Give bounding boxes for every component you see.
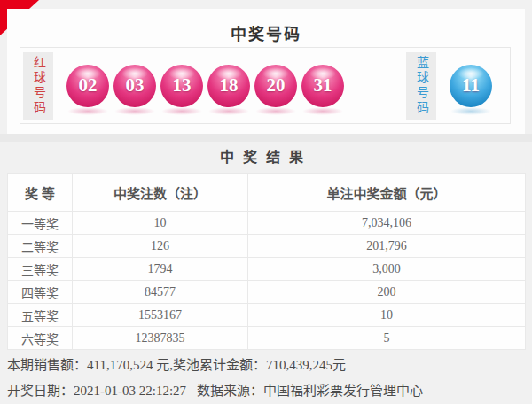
table-row: 四等奖 84577 200 xyxy=(8,281,526,304)
count-cell: 84577 xyxy=(73,281,248,304)
count-cell: 126 xyxy=(73,235,248,258)
count-cell: 12387835 xyxy=(73,327,248,350)
red-ball: 18 xyxy=(207,65,250,107)
draw-line: 开奖日期：2021-01-03 22:12:27数据来源：中国福利彩票发行管理中… xyxy=(7,378,525,404)
table-row: 一等奖 10 7,034,106 xyxy=(8,212,526,235)
header-amount: 单注中奖金额（元） xyxy=(248,174,526,212)
red-ball-number: 18 xyxy=(220,74,239,97)
red-ball-number: 20 xyxy=(267,74,286,97)
table-row: 三等奖 1794 3,000 xyxy=(8,258,526,281)
section-divider xyxy=(0,134,532,142)
results-title: 中奖结果 xyxy=(0,145,532,167)
grade-cell: 三等奖 xyxy=(8,258,73,281)
red-ball: 03 xyxy=(113,65,156,107)
table-row: 二等奖 126 201,796 xyxy=(8,235,526,258)
count-cell: 10 xyxy=(73,212,248,235)
red-ball: 13 xyxy=(160,65,203,107)
blue-ball: 11 xyxy=(450,65,492,107)
pool-label: 奖池累计金额： xyxy=(173,358,266,372)
source-label: 数据来源： xyxy=(197,384,263,398)
red-balls-row: 02 03 13 18 20 31 xyxy=(66,65,344,107)
source-value: 中国福利彩票发行管理中心 xyxy=(263,384,423,398)
grade-cell: 六等奖 xyxy=(8,327,73,350)
header-grade: 奖 等 xyxy=(8,174,73,212)
amount-cell: 200 xyxy=(248,281,526,304)
count-cell: 1794 xyxy=(73,258,248,281)
table-header-row: 奖 等 中奖注数（注） 单注中奖金额（元） xyxy=(8,174,526,212)
pool-value: 710,439,245元 xyxy=(266,358,346,372)
red-ball: 31 xyxy=(301,65,344,107)
red-ball-number: 13 xyxy=(173,74,192,97)
ball-box: 红球号码 02 03 13 18 20 31 蓝球号码 11 xyxy=(20,47,511,124)
table-row: 六等奖 12387835 5 xyxy=(8,327,526,350)
red-ball-number: 03 xyxy=(126,74,145,97)
blue-ball-label: 蓝球号码 xyxy=(406,52,436,120)
grade-cell: 五等奖 xyxy=(8,304,73,327)
amount-cell: 3,000 xyxy=(248,258,526,281)
header-count: 中奖注数（注） xyxy=(73,174,248,212)
draw-date-value: 2021-01-03 22:12:27 xyxy=(74,384,186,398)
blue-ball-number: 11 xyxy=(462,74,480,97)
amount-cell: 201,796 xyxy=(248,235,526,258)
sales-value: 411,170,524 元, xyxy=(87,358,173,372)
count-cell: 1553167 xyxy=(73,304,248,327)
grade-cell: 四等奖 xyxy=(8,281,73,304)
amount-cell: 5 xyxy=(248,327,526,350)
grade-cell: 二等奖 xyxy=(8,235,73,258)
grade-cell: 一等奖 xyxy=(8,212,73,235)
results-table: 奖 等 中奖注数（注） 单注中奖金额（元） 一等奖 10 7,034,106 二… xyxy=(7,173,526,350)
red-ball: 02 xyxy=(66,65,109,107)
red-balls-label: 红球号码 xyxy=(23,52,53,120)
sales-line: 本期销售额：411,170,524 元,奖池累计金额：710,439,245元 xyxy=(7,353,525,378)
red-ball-number: 31 xyxy=(314,74,332,97)
red-ball: 20 xyxy=(254,65,297,107)
amount-cell: 10 xyxy=(248,304,526,327)
table-row: 五等奖 1553167 10 xyxy=(8,304,526,327)
winning-numbers-panel: 中奖号码 红球号码 02 03 13 18 20 31 蓝球号码 11 xyxy=(7,9,525,134)
sales-label: 本期销售额： xyxy=(7,358,87,372)
winning-numbers-title: 中奖号码 xyxy=(7,9,525,44)
draw-date-label: 开奖日期： xyxy=(7,384,74,398)
amount-cell: 7,034,106 xyxy=(248,212,526,235)
red-ball-number: 02 xyxy=(79,74,98,97)
footer-summary: 本期销售额：411,170,524 元,奖池累计金额：710,439,245元 … xyxy=(7,353,525,404)
